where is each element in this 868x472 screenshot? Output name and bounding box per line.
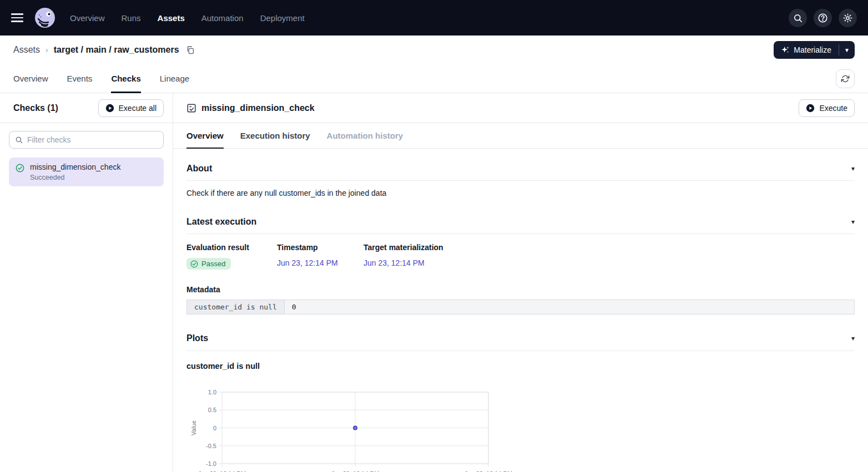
filter-checks-box: [9, 131, 164, 149]
plots-heading: Plots: [186, 333, 208, 343]
hamburger-menu-icon[interactable]: [11, 11, 26, 25]
sparkle-icon: [781, 45, 790, 54]
tab-automation-history[interactable]: Automation history: [327, 123, 403, 148]
play-circle-icon: [105, 104, 114, 113]
check-success-icon: [16, 164, 24, 172]
breadcrumb-assets-link[interactable]: Assets: [13, 45, 40, 55]
tab-check-overview[interactable]: Overview: [186, 123, 224, 148]
materialize-split-button: Materialize ▼: [774, 41, 855, 59]
nav-item-overview[interactable]: Overview: [70, 13, 105, 23]
timestamp-label: Timestamp: [277, 243, 364, 252]
breadcrumb: Assets › target / main / raw_customers: [13, 44, 196, 55]
passed-label: Passed: [201, 260, 225, 268]
checks-panel-header: Checks (1) Execute all: [0, 93, 173, 123]
asset-tabs: Overview Events Checks Lineage: [0, 64, 868, 93]
check-title: missing_dimension_check: [201, 103, 315, 113]
metadata-table: customer_id is null 0: [186, 300, 855, 314]
search-icon[interactable]: [789, 9, 807, 27]
materialize-dropdown-caret-icon[interactable]: ▼: [839, 41, 855, 59]
nav-item-automation[interactable]: Automation: [201, 13, 244, 23]
check-detail-body: About ▾ Check if there are any null cust…: [173, 149, 868, 472]
svg-text:-0.5: -0.5: [206, 442, 216, 449]
asset-check-icon: [186, 103, 196, 113]
check-circle-icon: [190, 260, 198, 268]
nav-item-deployment[interactable]: Deployment: [260, 13, 305, 23]
checks-sidebar: Checks (1) Execute all missing_dimension…: [0, 93, 173, 472]
target-materialization-link[interactable]: Jun 23, 12:14 PM: [364, 258, 425, 267]
check-description: Check if there are any null customer_ids…: [186, 189, 855, 197]
execute-all-label: Execute all: [119, 104, 157, 113]
navbar-actions: [789, 9, 857, 27]
settings-gear-icon[interactable]: [839, 9, 857, 27]
svg-text:1.0: 1.0: [208, 389, 216, 395]
top-navbar: Overview Runs Assets Automation Deployme…: [0, 0, 868, 35]
content-area: Checks (1) Execute all missing_dimension…: [0, 93, 868, 472]
tab-events[interactable]: Events: [67, 64, 93, 93]
tab-execution-history[interactable]: Execution history: [240, 123, 310, 148]
dagster-app: Overview Runs Assets Automation Deployme…: [0, 0, 868, 472]
timestamp-link[interactable]: Jun 23, 12:14 PM: [277, 258, 338, 267]
check-detail-tabs: Overview Execution history Automation hi…: [173, 123, 868, 149]
search-icon: [15, 136, 23, 144]
nav-item-assets[interactable]: Assets: [158, 13, 185, 23]
check-detail-header: missing_dimension_check Execute: [173, 93, 868, 123]
dagster-logo-icon[interactable]: [34, 7, 55, 28]
filter-checks-input[interactable]: [27, 135, 158, 144]
svg-text:Jun 23, 12:14 PM: Jun 23, 12:14 PM: [331, 470, 379, 472]
nav-item-runs[interactable]: Runs: [122, 13, 141, 23]
about-heading: About: [186, 164, 212, 174]
latest-execution-columns: Evaluation result Passed Timestamp Jun 2…: [186, 243, 855, 270]
tab-overview[interactable]: Overview: [13, 64, 48, 93]
chevron-down-icon[interactable]: ▾: [851, 219, 855, 225]
check-item-name: missing_dimension_check: [30, 163, 120, 171]
chevron-down-icon[interactable]: ▾: [851, 165, 855, 172]
help-icon[interactable]: [814, 9, 832, 27]
about-section-header[interactable]: About ▾: [186, 156, 855, 181]
value-scatter-chart: 1.00.50-0.5-1.0Jun 23, 12:14 PMJun 23, 1…: [186, 388, 531, 472]
plot-title: customer_id is null: [186, 362, 855, 371]
tab-lineage[interactable]: Lineage: [160, 64, 189, 93]
execute-label: Execute: [819, 104, 847, 113]
materialize-label: Materialize: [794, 45, 831, 54]
checks-count-title: Checks (1): [13, 103, 58, 113]
breadcrumb-separator: ›: [46, 45, 48, 54]
svg-text:-1.0: -1.0: [206, 460, 216, 467]
plots-section-header[interactable]: Plots ▾: [186, 327, 855, 351]
materialize-button[interactable]: Materialize: [774, 41, 839, 59]
check-item-status: Succeeded: [30, 174, 120, 181]
copy-icon[interactable]: [185, 44, 196, 55]
check-detail-panel: missing_dimension_check Execute Overview…: [173, 93, 868, 472]
metadata-heading: Metadata: [186, 285, 855, 294]
breadcrumb-row: Assets › target / main / raw_customers M…: [0, 35, 868, 64]
asset-key-path: target / main / raw_customers: [54, 45, 179, 55]
metadata-key: customer_id is null: [187, 300, 285, 314]
svg-text:Jun 23, 12:14 PM: Jun 23, 12:14 PM: [465, 470, 512, 472]
svg-text:0.5: 0.5: [208, 407, 216, 413]
check-list-item[interactable]: missing_dimension_check Succeeded: [9, 158, 164, 186]
execute-button[interactable]: Execute: [799, 99, 855, 117]
evaluation-result-label: Evaluation result: [186, 243, 277, 252]
target-materialization-label: Target materialization: [364, 243, 443, 252]
latest-execution-section-header[interactable]: Latest execution ▾: [186, 210, 855, 234]
tab-checks[interactable]: Checks: [111, 64, 140, 93]
passed-status-badge: Passed: [186, 258, 231, 270]
latest-execution-heading: Latest execution: [186, 217, 256, 227]
play-circle-icon: [806, 104, 815, 113]
refresh-icon[interactable]: [836, 69, 855, 88]
svg-text:Value: Value: [190, 420, 197, 435]
svg-text:0: 0: [213, 424, 216, 431]
plot-container: 1.00.50-0.5-1.0Jun 23, 12:14 PMJun 23, 1…: [186, 388, 855, 472]
execute-all-button[interactable]: Execute all: [98, 99, 164, 117]
primary-nav: Overview Runs Assets Automation Deployme…: [70, 13, 305, 23]
chevron-down-icon[interactable]: ▾: [851, 335, 855, 342]
metadata-value: 0: [285, 300, 854, 314]
svg-text:Jun 23, 12:14 PM: Jun 23, 12:14 PM: [198, 470, 246, 472]
